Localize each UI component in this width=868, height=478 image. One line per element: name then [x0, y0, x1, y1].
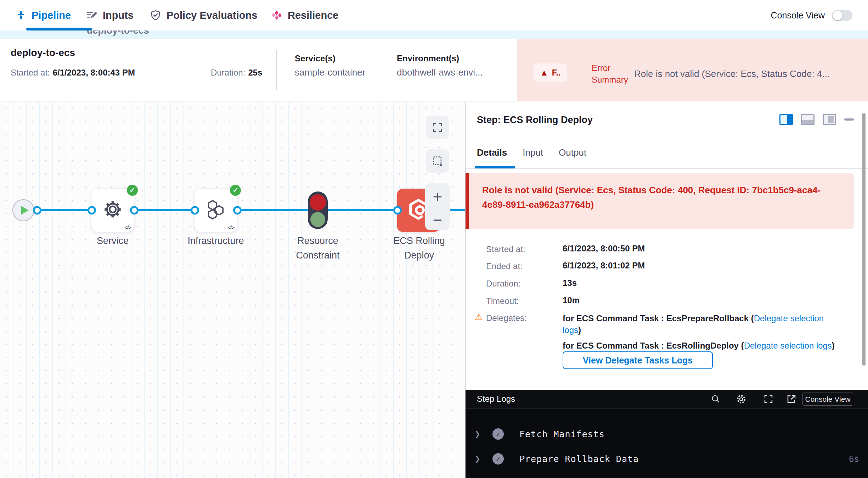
environments-label: Environment(s)	[397, 54, 459, 63]
scrolled-content-strip: deploy-to-ecs	[0, 30, 868, 39]
connector-dot[interactable]	[130, 206, 139, 215]
step-panel-title: Step: ECS Rolling Deploy	[477, 115, 593, 126]
delegate-row: for ECS Command Task : EcsPrepareRollbac…	[563, 312, 844, 336]
tab-inputs[interactable]: Inputs	[86, 0, 134, 30]
environments-value[interactable]: dbothwell-aws-envi...	[397, 67, 483, 78]
resilience-icon	[271, 10, 282, 21]
error-summary-text: Role is not valid (Service: Ecs, Status …	[634, 68, 868, 79]
top-nav: Pipeline Inputs Policy Evaluations Resil…	[0, 0, 868, 30]
delegates-warning-icon: ⚠	[475, 312, 483, 322]
edge-start-service	[37, 209, 91, 211]
log-row[interactable]: ❯ ✓ Fetch Manifests	[466, 427, 868, 442]
failed-status-badge: ▲F..	[534, 63, 567, 82]
connector-dot[interactable]	[191, 206, 199, 215]
chevron-right-icon[interactable]: ❯	[475, 429, 480, 439]
pipeline-execution-page: Pipeline Inputs Policy Evaluations Resil…	[0, 0, 868, 478]
log-step-duration: 6s	[849, 454, 859, 464]
node-label-ecs-rolling-deploy: ECS Rolling Deploy	[387, 234, 451, 263]
zoom-in-icon[interactable]	[432, 191, 444, 203]
panel-scrollbar[interactable]	[862, 113, 866, 366]
node-resource-constraint[interactable]	[308, 191, 328, 229]
view-delegate-tasks-logs-button[interactable]: View Delegate Tasks Logs	[563, 351, 713, 369]
log-step-name: Fetch Manifests	[519, 429, 605, 439]
header-divider	[276, 50, 277, 90]
active-tab-indicator	[26, 28, 92, 30]
tab-policy-evaluations[interactable]: Policy Evaluations	[150, 0, 257, 30]
zoom-out-icon[interactable]	[432, 218, 444, 223]
tab-resilience-label: Resilience	[288, 10, 338, 21]
layout-vertical-split-button[interactable]	[779, 114, 793, 125]
connector-dot[interactable]	[393, 206, 402, 215]
console-view-button[interactable]: Console View	[802, 393, 853, 406]
fullscreen-icon[interactable]	[763, 394, 774, 404]
tab-policy-label: Policy Evaluations	[167, 10, 257, 21]
console-view-toggle[interactable]	[832, 10, 852, 21]
start-node[interactable]	[12, 199, 34, 221]
duration-label: Duration:	[486, 279, 520, 289]
canvas-fullscreen-button[interactable]	[426, 116, 449, 139]
ended-at-label: Ended at:	[486, 261, 523, 271]
started-at-value: 6/1/2023, 8:00:50 PM	[563, 244, 645, 254]
search-icon[interactable]	[710, 394, 721, 404]
canvas-zoom-controls	[425, 183, 450, 230]
hexagons-icon	[205, 199, 227, 221]
traffic-red-light	[310, 194, 326, 211]
tab-inputs-label: Inputs	[103, 10, 134, 21]
layout-horizontal-split-button[interactable]	[801, 114, 815, 125]
canvas-select-button[interactable]	[426, 149, 449, 173]
services-label: Service(s)	[295, 54, 336, 63]
traffic-green-light	[310, 212, 325, 227]
step-error-banner: Role is not valid (Service: Ecs, Status …	[466, 173, 854, 229]
tab-output[interactable]: Output	[559, 147, 586, 158]
success-check-icon: ✓	[127, 185, 138, 196]
marquee-select-icon	[432, 155, 444, 167]
duration-value: 13s	[563, 278, 577, 288]
error-summary-label: Error Summary	[592, 62, 634, 85]
delegate-row: for ECS Command Task : EcsRollingDeploy …	[563, 340, 844, 351]
started-at-label: Started at:	[486, 244, 525, 254]
step-details-panel: Step: ECS Rolling Deploy Details Input O…	[465, 102, 868, 478]
node-label-service: Service	[81, 234, 145, 248]
tabs-divider	[466, 168, 868, 169]
step-success-check-icon: ✓	[492, 428, 504, 440]
scrolled-pipeline-title: deploy-to-ecs	[87, 30, 868, 36]
ended-at-value: 6/1/2023, 8:01:02 PM	[563, 261, 645, 271]
fullscreen-icon	[432, 121, 444, 133]
delegates-list: for ECS Command Task : EcsPrepareRollbac…	[563, 312, 844, 355]
connector-dot[interactable]	[33, 206, 41, 215]
success-check-icon: ✓	[230, 185, 241, 196]
tab-resilience[interactable]: Resilience	[271, 0, 338, 30]
delegate-selection-logs-link[interactable]: Delegate selection logs	[744, 341, 832, 350]
tab-details[interactable]: Details	[477, 147, 507, 158]
minimize-panel-button[interactable]	[844, 118, 854, 121]
console-view-label: Console View	[771, 10, 825, 21]
node-label-resource-constraint: Resource Constraint	[286, 234, 350, 263]
node-infrastructure[interactable]: ✓ </>	[195, 189, 237, 232]
tab-pipeline-label: Pipeline	[32, 10, 71, 21]
log-row[interactable]: ❯ ✓ Prepare Rollback Data 6s	[466, 451, 868, 467]
node-label-infrastructure: Infrastructure	[184, 234, 248, 248]
pipeline-name: deploy-to-ecs	[11, 47, 75, 59]
connector-dot[interactable]	[233, 206, 242, 215]
toggle-knob	[833, 11, 842, 20]
code-icon: </>	[124, 224, 131, 230]
settings-gear-icon[interactable]	[735, 394, 747, 405]
edge-service-infra	[134, 209, 195, 211]
pipeline-icon	[16, 10, 26, 21]
error-summary-bar: ▲F.. Error Summary Role is not valid (Se…	[517, 39, 868, 101]
node-service[interactable]: ✓ </>	[91, 189, 134, 232]
active-tab-indicator	[475, 166, 515, 168]
layout-floating-panel-button[interactable]	[823, 114, 836, 125]
step-logs-section: Step Logs Console View ❯ ✓ Fetch Manifes…	[466, 390, 868, 478]
tab-pipeline[interactable]: Pipeline	[16, 0, 71, 30]
warning-triangle-icon: ▲	[540, 68, 548, 78]
pipeline-canvas[interactable]: ✓ </> ✓ </> Service Infrastructur	[0, 102, 465, 478]
tab-input[interactable]: Input	[523, 147, 543, 158]
open-external-icon[interactable]	[786, 394, 797, 404]
play-icon	[21, 206, 29, 215]
step-success-check-icon: ✓	[492, 453, 504, 465]
chevron-right-icon[interactable]: ❯	[475, 454, 480, 464]
services-value[interactable]: sample-container	[295, 67, 365, 78]
connector-dot[interactable]	[88, 206, 96, 215]
duration: Duration:25s	[211, 68, 262, 78]
